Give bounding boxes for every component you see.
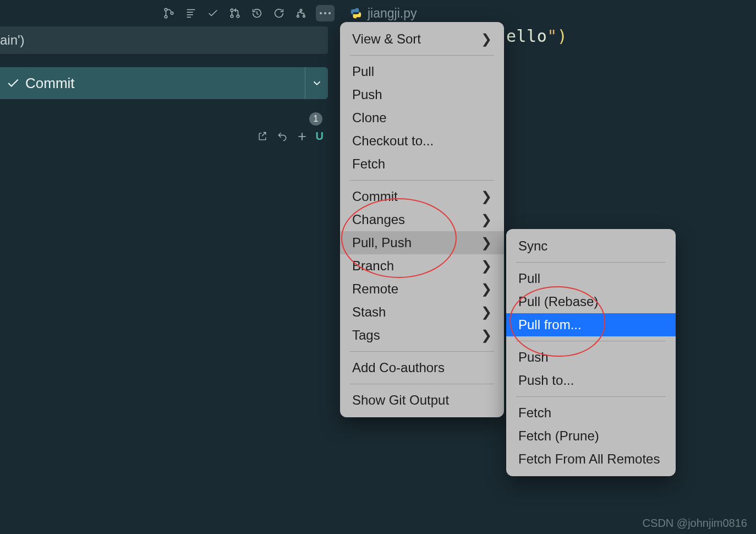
stage-plus-icon[interactable] xyxy=(296,130,308,143)
chevron-right-icon: ❯ xyxy=(481,189,492,204)
commit-message-input[interactable]: ain') xyxy=(0,26,328,54)
menu-pull-push[interactable]: Pull, Push❯ xyxy=(340,231,504,254)
changes-count-badge: 1 xyxy=(309,112,322,126)
menu-fetch[interactable]: Fetch xyxy=(340,152,504,176)
menu-show-git-output[interactable]: Show Git Output xyxy=(340,389,504,412)
chevron-right-icon: ❯ xyxy=(481,212,492,227)
menu-push[interactable]: Push xyxy=(340,83,504,106)
menu-checkout[interactable]: Checkout to... xyxy=(340,129,504,152)
editor-tab[interactable]: jiangji.py xyxy=(350,3,417,23)
chevron-right-icon: ❯ xyxy=(481,304,492,320)
pull-push-submenu: Sync Pull Pull (Rebase) Pull from... Pus… xyxy=(506,229,676,476)
discard-icon[interactable] xyxy=(276,130,288,143)
svg-point-2 xyxy=(171,12,173,15)
svg-point-1 xyxy=(165,15,167,18)
chevron-right-icon: ❯ xyxy=(481,258,492,274)
source-control-icon[interactable] xyxy=(162,6,176,20)
check-icon xyxy=(1,67,25,99)
menu-tags[interactable]: Tags❯ xyxy=(340,324,504,347)
more-actions-button[interactable] xyxy=(316,5,335,21)
ellipsis-icon xyxy=(320,12,331,14)
graph-icon[interactable] xyxy=(294,6,308,20)
pull-request-icon[interactable] xyxy=(228,6,242,20)
menu-commit[interactable]: Commit❯ xyxy=(340,185,504,208)
commit-split-dropdown[interactable] xyxy=(305,67,328,99)
commit-button[interactable]: Commit xyxy=(0,67,328,99)
chevron-right-icon: ❯ xyxy=(481,235,492,250)
chevron-right-icon: ❯ xyxy=(481,328,492,343)
commit-message-text: ain') xyxy=(0,32,25,48)
submenu-sync[interactable]: Sync xyxy=(506,235,676,258)
history-icon[interactable] xyxy=(250,6,264,20)
menu-add-coauthors[interactable]: Add Co-authors xyxy=(340,356,504,379)
tab-filename: jiangji.py xyxy=(368,6,417,21)
menu-remote[interactable]: Remote❯ xyxy=(340,277,504,301)
menu-view-sort[interactable]: View & Sort❯ xyxy=(340,28,504,51)
menu-clone[interactable]: Clone xyxy=(340,106,504,129)
file-row-actions: U xyxy=(256,130,324,143)
watermark: CSDN @johnjim0816 xyxy=(643,517,747,530)
svg-point-0 xyxy=(165,8,167,11)
submenu-push[interactable]: Push xyxy=(506,346,676,369)
menu-branch[interactable]: Branch❯ xyxy=(340,254,504,277)
svg-point-8 xyxy=(303,15,305,18)
menu-pull[interactable]: Pull xyxy=(340,60,504,83)
checkmark-icon[interactable] xyxy=(206,6,220,20)
svg-point-7 xyxy=(300,9,302,12)
code-string-part: ello xyxy=(506,26,547,46)
editor-code[interactable]: ello") xyxy=(506,26,567,46)
svg-point-4 xyxy=(231,15,233,18)
svg-point-6 xyxy=(297,15,299,18)
svg-point-5 xyxy=(237,15,239,18)
chevron-right-icon: ❯ xyxy=(481,281,492,297)
commit-button-label: Commit xyxy=(25,75,75,92)
submenu-pull[interactable]: Pull xyxy=(506,267,676,290)
submenu-pull-rebase[interactable]: Pull (Rebase) xyxy=(506,290,676,313)
open-file-icon[interactable] xyxy=(256,130,269,143)
python-icon xyxy=(350,7,362,19)
menu-changes[interactable]: Changes❯ xyxy=(340,208,504,231)
scm-toolbar xyxy=(0,3,339,23)
svg-point-3 xyxy=(231,9,233,12)
refresh-icon[interactable] xyxy=(272,6,286,20)
scm-context-menu: View & Sort❯ Pull Push Clone Checkout to… xyxy=(340,22,504,417)
chevron-right-icon: ❯ xyxy=(481,31,492,47)
submenu-push-to[interactable]: Push to... xyxy=(506,369,676,392)
file-status-untracked: U xyxy=(316,130,324,143)
changes-header: 1 U xyxy=(0,108,328,135)
submenu-pull-from[interactable]: Pull from... xyxy=(506,313,676,336)
tree-icon[interactable] xyxy=(184,6,198,20)
menu-stash[interactable]: Stash❯ xyxy=(340,301,504,324)
submenu-fetch-all[interactable]: Fetch From All Remotes xyxy=(506,448,676,471)
submenu-fetch[interactable]: Fetch xyxy=(506,401,676,424)
submenu-fetch-prune[interactable]: Fetch (Prune) xyxy=(506,424,676,448)
